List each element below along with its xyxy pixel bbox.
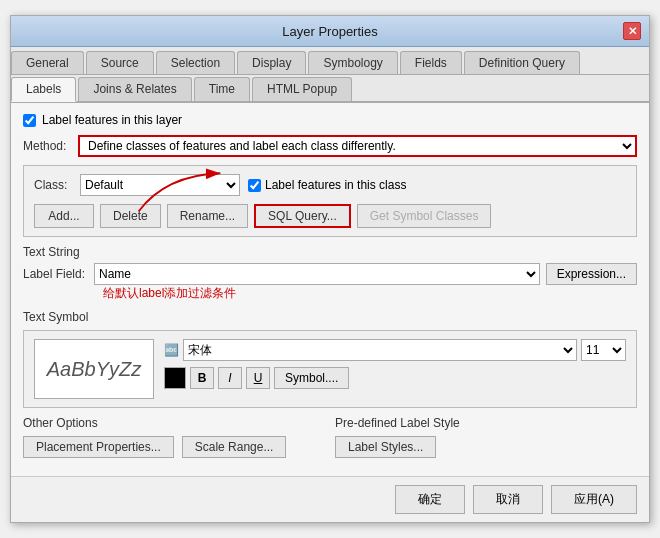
class-checkbox-label: Label features in this class xyxy=(248,178,406,192)
tab-display[interactable]: Display xyxy=(237,51,306,74)
text-symbol-title: Text Symbol xyxy=(23,310,637,324)
class-select[interactable]: Default xyxy=(80,174,240,196)
other-options-title: Other Options xyxy=(23,416,325,430)
label-in-class-text: Label features in this class xyxy=(265,178,406,192)
layer-properties-window: Layer Properties ✕ General Source Select… xyxy=(10,15,650,523)
font-controls: 🔤 宋体 Arial Times New Roman 8 9 10 11 12 xyxy=(164,339,626,399)
italic-button[interactable]: I xyxy=(218,367,242,389)
size-select[interactable]: 8 9 10 11 12 xyxy=(581,339,626,361)
bottom-section: Other Options Placement Properties... Sc… xyxy=(23,416,637,458)
rename-button[interactable]: Rename... xyxy=(167,204,248,228)
footer: 确定 取消 应用(A) xyxy=(11,476,649,522)
text-symbol-section: AaBbYyZz 🔤 宋体 Arial Times New Roman 8 9 xyxy=(23,330,637,408)
font-row1: 🔤 宋体 Arial Times New Roman 8 9 10 11 12 xyxy=(164,339,626,361)
window-title: Layer Properties xyxy=(37,24,623,39)
label-field-row: Label Field: Name FID Shape Expression..… xyxy=(23,263,637,285)
underline-button[interactable]: U xyxy=(246,367,270,389)
cancel-button[interactable]: 取消 xyxy=(473,485,543,514)
ok-button[interactable]: 确定 xyxy=(395,485,465,514)
bold-button[interactable]: B xyxy=(190,367,214,389)
text-string-section: Text String Label Field: Name FID Shape … xyxy=(23,245,637,302)
tab-source[interactable]: Source xyxy=(86,51,154,74)
text-string-title: Text String xyxy=(23,245,637,259)
method-select[interactable]: Define classes of features and label eac… xyxy=(78,135,637,157)
text-symbol-outer: Text Symbol AaBbYyZz 🔤 宋体 Arial Times Ne… xyxy=(23,310,637,408)
scale-range-button[interactable]: Scale Range... xyxy=(182,436,287,458)
predefined-title: Pre-defined Label Style xyxy=(335,416,637,430)
symbol-button[interactable]: Symbol.... xyxy=(274,367,349,389)
tab-definition-query[interactable]: Definition Query xyxy=(464,51,580,74)
label-field-label: Label Field: xyxy=(23,267,88,281)
font-select[interactable]: 宋体 Arial Times New Roman xyxy=(183,339,577,361)
tab-general[interactable]: General xyxy=(11,51,84,74)
other-options: Other Options Placement Properties... Sc… xyxy=(23,416,325,458)
expression-button[interactable]: Expression... xyxy=(546,263,637,285)
add-button[interactable]: Add... xyxy=(34,204,94,228)
label-styles-button[interactable]: Label Styles... xyxy=(335,436,436,458)
title-bar: Layer Properties ✕ xyxy=(11,16,649,47)
tab-labels[interactable]: Labels xyxy=(11,77,76,102)
apply-button[interactable]: 应用(A) xyxy=(551,485,637,514)
tab-joins-relates[interactable]: Joins & Relates xyxy=(78,77,191,101)
method-label: Method: xyxy=(23,139,78,153)
tabs-row2: Labels Joins & Relates Time HTML Popup xyxy=(11,75,649,103)
close-button[interactable]: ✕ xyxy=(623,22,641,40)
tabs-row1: General Source Selection Display Symbolo… xyxy=(11,47,649,75)
class-section: Class: Default Label features in this cl… xyxy=(23,165,637,237)
class-label: Class: xyxy=(34,178,72,192)
font-row2: B I U Symbol.... xyxy=(164,367,626,389)
color-swatch[interactable] xyxy=(164,367,186,389)
other-options-buttons: Placement Properties... Scale Range... xyxy=(23,436,325,458)
text-symbol-preview: AaBbYyZz xyxy=(34,339,154,399)
content-area: Label features in this layer Method: Def… xyxy=(11,103,649,476)
sql-query-button[interactable]: SQL Query... xyxy=(254,204,351,228)
annotation-text: 给默认label添加过滤条件 xyxy=(103,285,637,302)
class-buttons-row: Add... Delete Rename... SQL Query... Get… xyxy=(34,204,626,228)
tab-symbology[interactable]: Symbology xyxy=(308,51,397,74)
tab-selection[interactable]: Selection xyxy=(156,51,235,74)
tab-html-popup[interactable]: HTML Popup xyxy=(252,77,352,101)
font-icon: 🔤 xyxy=(164,343,179,357)
get-symbol-classes-button[interactable]: Get Symbol Classes xyxy=(357,204,492,228)
placement-properties-button[interactable]: Placement Properties... xyxy=(23,436,174,458)
label-field-select[interactable]: Name FID Shape xyxy=(94,263,540,285)
tab-time[interactable]: Time xyxy=(194,77,250,101)
tab-fields[interactable]: Fields xyxy=(400,51,462,74)
label-features-checkbox[interactable] xyxy=(23,114,36,127)
predefined-section: Pre-defined Label Style Label Styles... xyxy=(335,416,637,458)
label-in-class-checkbox[interactable] xyxy=(248,179,261,192)
delete-button[interactable]: Delete xyxy=(100,204,161,228)
method-row: Method: Define classes of features and l… xyxy=(23,135,637,157)
label-features-row: Label features in this layer xyxy=(23,113,637,127)
class-row: Class: Default Label features in this cl… xyxy=(34,174,626,196)
label-features-text: Label features in this layer xyxy=(42,113,182,127)
